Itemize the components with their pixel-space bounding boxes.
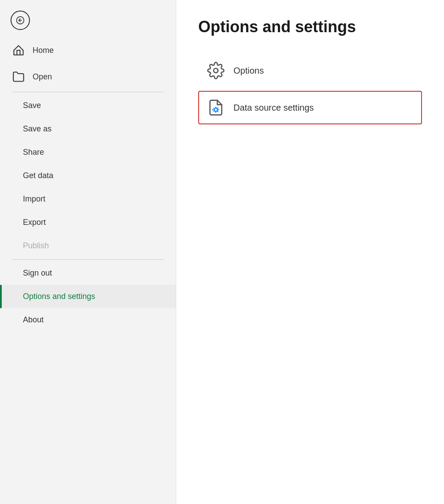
main-content: Options and settings Options Data source…	[176, 0, 444, 504]
sign-out-label: Sign out	[23, 269, 52, 278]
open-icon	[12, 71, 25, 83]
sidebar-item-sign-out[interactable]: Sign out	[0, 261, 176, 285]
sidebar-item-export[interactable]: Export	[0, 211, 176, 234]
home-label: Home	[33, 46, 54, 55]
active-indicator	[0, 285, 2, 308]
home-icon	[12, 44, 25, 56]
about-label: About	[23, 315, 44, 325]
svg-point-2	[214, 68, 218, 73]
sidebar-item-import[interactable]: Import	[0, 187, 176, 211]
sidebar-item-save-as[interactable]: Save as	[0, 117, 176, 141]
sidebar-item-get-data[interactable]: Get data	[0, 164, 176, 187]
sidebar-item-about[interactable]: About	[0, 308, 176, 332]
options-label: Options	[233, 66, 264, 76]
sidebar-item-publish: Publish	[0, 234, 176, 258]
share-label: Share	[23, 148, 44, 157]
sidebar: Home Open Save Save as Share Get data Im…	[0, 0, 176, 504]
options-settings-label: Options and settings	[23, 292, 95, 301]
data-source-icon	[207, 99, 225, 116]
divider-bottom	[12, 259, 163, 260]
page-title: Options and settings	[198, 18, 422, 36]
sidebar-item-home[interactable]: Home	[0, 37, 176, 63]
data-source-settings-label: Data source settings	[233, 103, 314, 113]
save-label: Save	[23, 101, 41, 110]
export-label: Export	[23, 218, 46, 227]
divider-top	[12, 92, 163, 92]
get-data-label: Get data	[23, 171, 53, 180]
open-label: Open	[33, 72, 52, 82]
sidebar-item-open[interactable]: Open	[0, 63, 176, 90]
sidebar-item-save[interactable]: Save	[0, 94, 176, 117]
save-as-label: Save as	[23, 124, 52, 134]
sidebar-item-options-settings[interactable]: Options and settings	[0, 285, 176, 308]
sidebar-item-share[interactable]: Share	[0, 141, 176, 164]
data-source-settings-item[interactable]: Data source settings	[198, 91, 422, 124]
back-button[interactable]	[11, 11, 30, 30]
import-label: Import	[23, 194, 45, 204]
publish-label: Publish	[23, 241, 49, 250]
gear-icon	[207, 62, 225, 79]
options-setting-item[interactable]: Options	[198, 54, 422, 87]
svg-point-3	[214, 108, 217, 111]
